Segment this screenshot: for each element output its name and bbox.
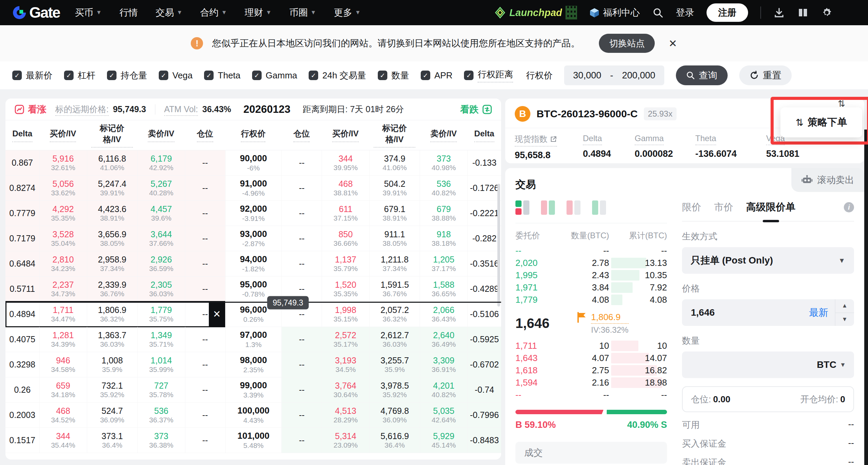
option-chain-row-93,000[interactable]: 0.71793,52835.04%3,656.938.05%3,64437.66… bbox=[5, 226, 501, 251]
tif-select[interactable]: 只挂单 (Post Only) ▼ bbox=[682, 247, 854, 274]
bid-row[interactable]: 1,6434.0714.07 bbox=[515, 352, 667, 364]
book-mode-asks-icon[interactable] bbox=[592, 200, 606, 215]
bid-row[interactable]: 1,6182.7516.82 bbox=[515, 364, 667, 376]
option-chain-row-91,000[interactable]: 0.82745,05633.62%5,247.439.91%5,26740.28… bbox=[5, 176, 501, 201]
option-chain-row-100,000[interactable]: 0.200346834.52%524.736.09%53636.37%--100… bbox=[5, 403, 501, 428]
apps-grid-icon[interactable] bbox=[845, 7, 856, 18]
banner-close-icon[interactable]: ✕ bbox=[668, 38, 677, 49]
chain-col-header-6[interactable]: 行权价 bbox=[225, 120, 282, 150]
chain-col-header-3[interactable]: 标记价格/IV bbox=[87, 120, 137, 150]
ask-row[interactable]: 1,9713.847.92 bbox=[515, 281, 667, 294]
close-selected-icon[interactable]: ✕ bbox=[209, 301, 225, 327]
price-input[interactable]: 1,646 最新 ▲ ▼ bbox=[682, 299, 854, 326]
filter-checkbox-7[interactable]: ✓24h 交易量 bbox=[309, 70, 366, 81]
chain-col-header-8[interactable]: 买价/IV bbox=[322, 120, 369, 150]
nav-item-1[interactable]: 买币▼ bbox=[75, 6, 102, 19]
price-step-up-icon[interactable]: ▲ bbox=[835, 299, 854, 313]
gear-icon[interactable] bbox=[821, 7, 833, 18]
mark-price[interactable]: 1,806.9 bbox=[591, 312, 629, 324]
nav-item-5[interactable]: 理财▼ bbox=[245, 6, 272, 19]
register-button[interactable]: 注册 bbox=[707, 3, 748, 22]
login-link[interactable]: 登录 bbox=[676, 6, 694, 19]
nav-item-2[interactable]: 行情 bbox=[120, 6, 138, 19]
strike-range-input[interactable]: 30,000 - 200,000 bbox=[564, 65, 664, 85]
book-mode-split-icon[interactable] bbox=[541, 200, 555, 215]
chain-col-header-1[interactable]: Delta bbox=[5, 120, 39, 150]
option-chain-row-97,000[interactable]: 0.40751,28134.39%1,363.736.03%1,34935.71… bbox=[5, 327, 501, 352]
tab-高级限价单[interactable]: 高级限价单 bbox=[746, 200, 795, 214]
option-chain-row-94,000[interactable]: 0.64842,81034.23%2,958.937.34%2,92636.59… bbox=[5, 251, 501, 276]
download-icon[interactable] bbox=[773, 7, 785, 18]
nav-launchpad[interactable]: Launchpad bbox=[494, 6, 577, 19]
strike-max-value[interactable]: 200,000 bbox=[622, 70, 655, 81]
use-latest-price-link[interactable]: 最新 bbox=[809, 306, 835, 319]
option-chain-row-92,000[interactable]: 0.77794,29235.35%4,423.638.91%4,45739.6%… bbox=[5, 201, 501, 226]
filter-checkbox-3[interactable]: ✓持仓量 bbox=[107, 70, 147, 81]
put-ask: 67938.88% bbox=[420, 201, 467, 226]
nav-item-7[interactable]: 更多▼ bbox=[334, 6, 361, 19]
chain-col-header-label: 标记价格/IV bbox=[91, 123, 133, 148]
filter-checkbox-9[interactable]: ✓APR bbox=[421, 70, 452, 81]
unit-select[interactable]: BTC ▼ bbox=[817, 359, 846, 370]
nav-item-4[interactable]: 合约▼ bbox=[200, 6, 227, 19]
chain-col-header-9[interactable]: 标记价格/IV bbox=[369, 120, 420, 150]
chain-col-header-11[interactable]: Delta bbox=[467, 120, 501, 150]
price-value[interactable]: 1,646 bbox=[682, 307, 715, 318]
gate-logo[interactable]: Gate bbox=[12, 4, 60, 21]
search-icon[interactable] bbox=[652, 7, 664, 18]
filter-checkbox-8[interactable]: ✓数量 bbox=[378, 70, 409, 81]
nav-item-6[interactable]: 币圈▼ bbox=[289, 6, 316, 19]
chain-col-header-4[interactable]: 卖价/IV bbox=[137, 120, 185, 150]
filter-checkbox-10[interactable]: ✓行权距离 bbox=[464, 69, 513, 82]
nav-welfare-center[interactable]: 福利中心 bbox=[589, 6, 640, 19]
put-ask: 53640.82% bbox=[420, 176, 467, 200]
strategy-order-button[interactable]: ⇅ 策略下单 bbox=[780, 107, 862, 137]
book-mode-bids-icon[interactable] bbox=[567, 200, 580, 215]
ask-row[interactable]: 1,7794.084.08 bbox=[515, 294, 667, 306]
chain-scrollbar[interactable] bbox=[497, 184, 500, 306]
filter-checkbox-6[interactable]: ✓Gamma bbox=[252, 70, 297, 81]
switch-site-button[interactable]: 切换站点 bbox=[599, 34, 655, 53]
bearish-label[interactable]: 看跌 bbox=[460, 103, 492, 116]
external-link-icon[interactable] bbox=[550, 136, 557, 142]
chain-col-header-5[interactable]: 仓位 bbox=[185, 120, 225, 150]
ask-row[interactable]: 1,9952.4310.35 bbox=[515, 269, 667, 281]
option-chain-row-98,000[interactable]: 0.329894634.58%1,00835.9%1,01435.99%--98… bbox=[5, 352, 501, 377]
option-chain-row-95,000[interactable]: 0.57112,23734.73%2,339.936.76%2,30536.03… bbox=[5, 276, 501, 302]
tab-限价[interactable]: 限价 bbox=[682, 201, 701, 214]
reset-button[interactable]: 重置 bbox=[739, 65, 792, 85]
ask-row[interactable]: 2,0202.7813.13 bbox=[515, 257, 667, 269]
expiry-date[interactable]: 20260123 bbox=[244, 103, 291, 116]
ask-row[interactable]: ------ bbox=[515, 244, 667, 257]
price-step-down-icon[interactable]: ▼ bbox=[835, 313, 854, 326]
strike-min-value[interactable]: 30,000 bbox=[573, 70, 601, 81]
quantity-input[interactable]: BTC ▼ bbox=[682, 351, 854, 378]
bid-row[interactable]: ------ bbox=[515, 389, 667, 401]
ask-rows: ------2,0202.7813.131,9952.4310.351,9713… bbox=[515, 244, 667, 306]
filter-checkbox-5[interactable]: ✓Theta bbox=[204, 70, 241, 81]
info-icon[interactable]: i bbox=[844, 202, 854, 212]
filter-checkbox-1[interactable]: ✓最新价 bbox=[12, 70, 52, 81]
last-price[interactable]: 1,646 bbox=[515, 316, 577, 331]
option-chain-row-101,000[interactable]: 0.151734435.44%373.136.4%37336.38%--101,… bbox=[5, 428, 501, 453]
stat-label: Gamma bbox=[635, 134, 664, 145]
tab-市价[interactable]: 市价 bbox=[714, 201, 733, 214]
book-icon[interactable] bbox=[797, 7, 809, 18]
filter-checkbox-4[interactable]: ✓Vega bbox=[159, 70, 192, 81]
roll-sell-button[interactable]: 滚动卖出 bbox=[791, 168, 864, 192]
bid-row[interactable]: 1,7111010 bbox=[515, 340, 667, 352]
filter-checkbox-2[interactable]: ✓杠杆 bbox=[64, 70, 95, 81]
collapsed-side-strip[interactable] bbox=[864, 130, 868, 465]
chain-col-header-7[interactable]: 仓位 bbox=[281, 120, 322, 150]
book-mode-both-icon[interactable] bbox=[515, 200, 529, 215]
option-chain-row-99,000[interactable]: 0.2665934.18%732.135.92%72735.78%--99,00… bbox=[5, 377, 501, 403]
query-button[interactable]: 查询 bbox=[676, 65, 728, 85]
bullish-label[interactable]: 看涨 bbox=[14, 103, 46, 116]
nav-item-3[interactable]: 交易▼ bbox=[156, 6, 183, 19]
chain-col-header-10[interactable]: 卖价/IV bbox=[420, 120, 467, 150]
option-chain-row-96,000[interactable]: 0.48941,71134.47%1,806.936.32%1,77935.75… bbox=[5, 302, 501, 327]
chain-col-header-2[interactable]: 买价/IV bbox=[39, 120, 87, 150]
option-chain-row-90,000[interactable]: 0.8675,91632.61%6,116.841.06%6,17942.92%… bbox=[5, 150, 501, 176]
bid-row[interactable]: 1,5942.1618.98 bbox=[515, 376, 667, 389]
time-to-expiry-label: 距离到期日: bbox=[303, 104, 347, 114]
